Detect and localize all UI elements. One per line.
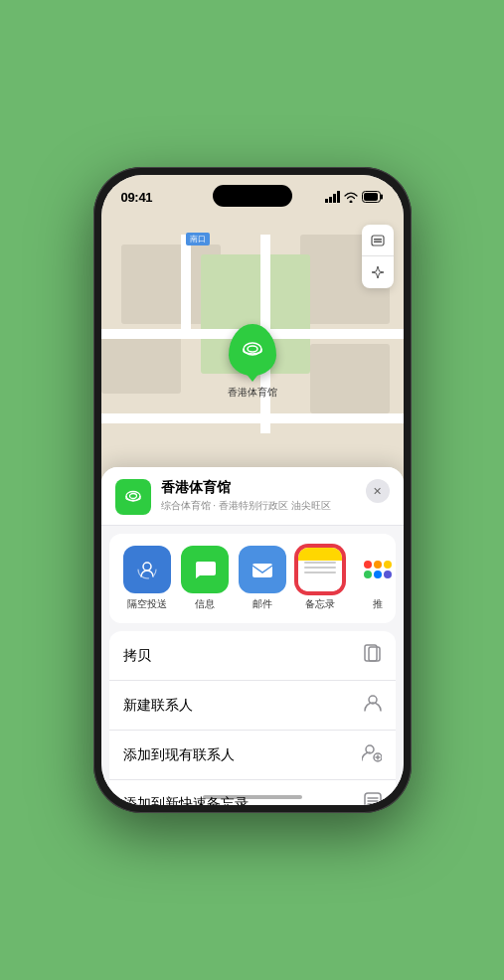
place-name: 香港体育馆 [161, 479, 356, 497]
airdrop-label: 隔空投送 [127, 597, 167, 611]
more-circles-inner [354, 546, 396, 593]
svg-point-14 [143, 563, 151, 571]
share-mail[interactable]: 邮件 [239, 546, 286, 611]
battery-icon [362, 191, 384, 203]
action-new-contact[interactable]: 新建联系人 [109, 681, 396, 731]
share-more[interactable]: 推 [354, 546, 396, 611]
person-icon [364, 693, 382, 718]
place-header: 香港体育馆 综合体育馆 · 香港特别行政区 油尖旺区 ✕ [101, 467, 404, 526]
map-label: 南口 [186, 233, 210, 245]
place-icon [115, 479, 151, 515]
dynamic-island [213, 185, 292, 207]
mail-label: 邮件 [252, 597, 272, 611]
home-indicator [203, 795, 302, 799]
share-notes[interactable]: 备忘录 [296, 546, 344, 611]
map-area: 南口 [101, 175, 404, 513]
airdrop-icon [123, 546, 171, 593]
svg-rect-5 [374, 241, 382, 243]
bottom-sheet: 香港体育馆 综合体育馆 · 香港特别行政区 油尖旺区 ✕ [101, 467, 404, 805]
map-layers-button[interactable] [362, 225, 394, 256]
map-location-button[interactable] [362, 256, 394, 288]
phone-frame: 09:41 [93, 167, 412, 813]
status-time: 09:41 [121, 190, 153, 205]
svg-rect-1 [380, 195, 383, 200]
action-quick-memo[interactable]: 添加到新快速备忘录 [109, 780, 396, 805]
svg-rect-3 [372, 236, 384, 245]
messages-label: 信息 [195, 597, 215, 611]
action-add-contact-label: 添加到现有联系人 [123, 746, 235, 764]
more-icon [354, 546, 396, 593]
svg-rect-4 [374, 239, 382, 241]
status-icons [325, 191, 384, 203]
stadium-name-label: 香港体育馆 [228, 386, 277, 400]
copy-icon [364, 643, 382, 668]
stadium-pin [229, 324, 276, 376]
wifi-icon [344, 191, 358, 203]
svg-rect-16 [369, 647, 380, 661]
notes-label: 备忘录 [305, 597, 335, 611]
svg-point-7 [248, 346, 257, 352]
messages-icon [181, 546, 229, 593]
signal-icon [325, 191, 340, 203]
person-add-icon [362, 742, 382, 767]
svg-rect-2 [364, 193, 378, 201]
memo-icon [364, 792, 382, 805]
share-airdrop[interactable]: 隔空投送 [123, 546, 171, 611]
mail-icon [239, 546, 286, 593]
place-info: 香港体育馆 综合体育馆 · 香港特别行政区 油尖旺区 [161, 479, 356, 513]
svg-point-11 [129, 494, 136, 499]
share-row: 隔空投送 信息 [109, 534, 396, 623]
svg-rect-15 [252, 564, 272, 577]
action-list: 拷贝 新建联系人 [109, 631, 396, 805]
notes-icon [296, 546, 344, 593]
stadium-marker[interactable]: 香港体育馆 [228, 324, 277, 400]
map-controls [362, 225, 394, 288]
action-add-contact[interactable]: 添加到现有联系人 [109, 731, 396, 780]
close-button[interactable]: ✕ [366, 479, 390, 503]
phone-screen: 09:41 [101, 175, 404, 805]
more-label: 推 [373, 597, 383, 611]
share-messages[interactable]: 信息 [181, 546, 229, 611]
action-new-contact-label: 新建联系人 [123, 697, 193, 715]
action-copy-label: 拷贝 [123, 647, 151, 665]
place-subtitle: 综合体育馆 · 香港特别行政区 油尖旺区 [161, 499, 356, 513]
action-copy[interactable]: 拷贝 [109, 631, 396, 681]
svg-rect-22 [365, 793, 381, 805]
